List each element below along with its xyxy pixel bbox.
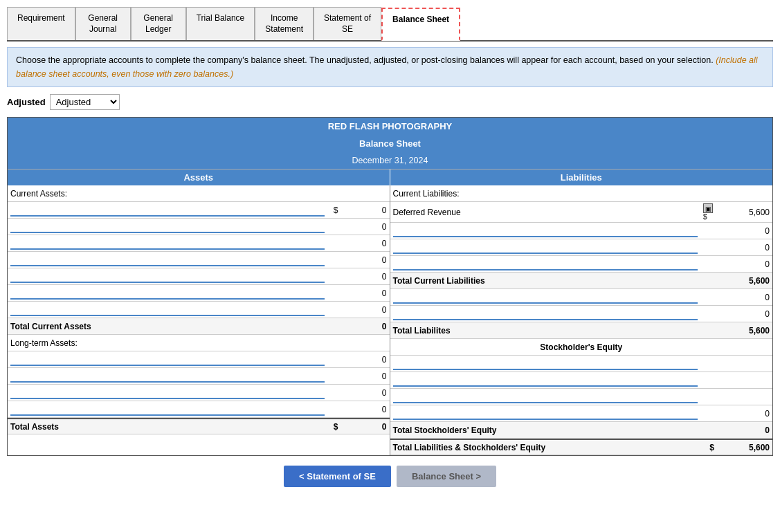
current-assets-label: Current Assets: bbox=[8, 187, 390, 200]
liab-input-2[interactable] bbox=[393, 241, 698, 254]
lt-asset-row-4: 0 bbox=[8, 401, 390, 418]
assets-panel: Current Assets: $ 0 0 bbox=[8, 185, 390, 455]
asset-input-7[interactable] bbox=[10, 304, 325, 316]
tab-trial-balance[interactable]: Trial Balance bbox=[186, 7, 255, 40]
total-current-liabilities-value: 5,600 bbox=[717, 275, 772, 287]
long-term-assets-label-row: Long-term Assets: bbox=[8, 335, 390, 351]
liab-input-5[interactable] bbox=[393, 308, 698, 320]
current-liabilities-label: Current Liabilities: bbox=[390, 187, 773, 200]
asset-row-5: 0 bbox=[8, 268, 390, 285]
total-assets-dollar: $ bbox=[327, 421, 341, 433]
se-input-1[interactable] bbox=[393, 358, 698, 370]
total-liab-se-dollar: $ bbox=[700, 441, 717, 454]
adjusted-dropdown[interactable]: Adjusted Unadjusted Post-closing bbox=[50, 94, 120, 110]
assets-col-header: Assets bbox=[8, 169, 390, 185]
asset-dollar-1: $ bbox=[327, 204, 341, 217]
tab-statement-of-se[interactable]: Statement ofSE bbox=[314, 7, 381, 40]
asset-row-6: 0 bbox=[8, 285, 390, 302]
tab-balance-sheet[interactable]: Balance Sheet bbox=[381, 8, 460, 41]
lt-asset-input-1[interactable] bbox=[10, 354, 325, 366]
asset-row-3: 0 bbox=[8, 235, 390, 252]
balance-sheet-table: RED FLASH PHOTOGRAPHY Balance Sheet Dece… bbox=[7, 117, 773, 456]
se-input-3[interactable] bbox=[393, 391, 698, 403]
stockholders-equity-header: Stockholder's Equity bbox=[390, 341, 773, 354]
asset-input-5[interactable] bbox=[10, 270, 325, 283]
asset-row-1: $ 0 bbox=[8, 202, 390, 219]
liab-input-3[interactable] bbox=[393, 258, 698, 270]
tab-requirement[interactable]: Requirement bbox=[7, 7, 75, 40]
balance-sheet-body: Current Assets: $ 0 0 bbox=[8, 185, 772, 455]
total-liab-se-label: Total Liabilities & Stockholders' Equity bbox=[390, 441, 701, 454]
total-assets-label: Total Assets bbox=[8, 421, 327, 433]
total-current-liabilities-label: Total Current Liabilities bbox=[390, 275, 701, 287]
liabilities-col-header: Liabilities bbox=[390, 169, 773, 185]
deferred-revenue-label: Deferred Revenue bbox=[390, 206, 701, 219]
tab-bar: Requirement GeneralJournal GeneralLedger… bbox=[7, 7, 773, 42]
total-se-value: 0 bbox=[717, 424, 772, 437]
total-current-assets-row: Total Current Assets 0 bbox=[8, 318, 390, 335]
liab-row-3: 0 bbox=[390, 256, 773, 273]
asset-val-1: 0 bbox=[341, 204, 390, 217]
tab-income-statement[interactable]: IncomeStatement bbox=[255, 7, 314, 40]
tab-general-journal[interactable]: GeneralJournal bbox=[75, 7, 131, 40]
prev-button[interactable]: < Statement of SE bbox=[284, 466, 391, 487]
deferred-revenue-row: Deferred Revenue ▣$ 5,600 bbox=[390, 202, 773, 223]
total-liabilities-label: Total Liabilites bbox=[390, 324, 701, 337]
asset-input-4[interactable] bbox=[10, 254, 325, 266]
liab-row-1: 0 bbox=[390, 223, 773, 239]
asset-input-1[interactable] bbox=[10, 204, 325, 217]
asset-input-3[interactable] bbox=[10, 237, 325, 250]
liab-input-1[interactable] bbox=[393, 225, 698, 237]
sheet-title: Balance Sheet bbox=[8, 135, 772, 152]
total-liab-se-row: Total Liabilities & Stockholders' Equity… bbox=[390, 439, 773, 455]
lt-asset-row-3: 0 bbox=[8, 385, 390, 401]
dropdown-row: Adjusted Adjusted Unadjusted Post-closin… bbox=[7, 94, 773, 110]
asset-input-6[interactable] bbox=[10, 287, 325, 300]
total-current-liabilities-row: Total Current Liabilities 5,600 bbox=[390, 273, 773, 289]
deferred-revenue-value: 5,600 bbox=[717, 206, 772, 219]
lt-asset-input-4[interactable] bbox=[10, 403, 325, 416]
liab-row-4: 0 bbox=[390, 289, 773, 306]
col-headers: Assets Liabilities bbox=[8, 169, 772, 185]
total-se-label: Total Stockholders' Equity bbox=[390, 424, 701, 437]
dropdown-label: Adjusted bbox=[7, 97, 46, 107]
total-se-row: Total Stockholders' Equity 0 bbox=[390, 422, 773, 439]
nav-buttons: < Statement of SE Balance Sheet > bbox=[7, 466, 773, 487]
lt-asset-row-1: 0 bbox=[8, 351, 390, 368]
total-liab-se-value: 5,600 bbox=[717, 441, 772, 454]
liab-row-5: 0 bbox=[390, 306, 773, 322]
liabilities-panel: Current Liabilities: Deferred Revenue ▣$… bbox=[390, 185, 773, 455]
current-assets-label-row: Current Assets: bbox=[8, 185, 390, 202]
asset-row-4: 0 bbox=[8, 252, 390, 268]
company-name: RED FLASH PHOTOGRAPHY bbox=[8, 118, 772, 135]
se-input-4[interactable] bbox=[393, 407, 698, 420]
se-row-3 bbox=[390, 389, 773, 405]
liab-input-4[interactable] bbox=[393, 291, 698, 304]
se-header-row: Stockholder's Equity bbox=[390, 339, 773, 356]
se-input-2[interactable] bbox=[393, 374, 698, 387]
current-liabilities-label-row: Current Liabilities: bbox=[390, 185, 773, 202]
se-row-4: 0 bbox=[390, 405, 773, 422]
tab-general-ledger[interactable]: GeneralLedger bbox=[131, 7, 186, 40]
total-assets-row: Total Assets $ 0 bbox=[8, 418, 390, 434]
se-row-2 bbox=[390, 372, 773, 389]
total-liabilities-value: 5,600 bbox=[717, 324, 772, 337]
asset-input-2[interactable] bbox=[10, 221, 325, 233]
lt-asset-input-2[interactable] bbox=[10, 370, 325, 383]
info-box: Choose the appropriate accounts to compl… bbox=[7, 47, 773, 87]
long-term-assets-label: Long-term Assets: bbox=[8, 337, 390, 349]
total-liabilities-row: Total Liabilites 5,600 bbox=[390, 322, 773, 339]
total-current-assets-label: Total Current Assets bbox=[8, 320, 327, 333]
next-button[interactable]: Balance Sheet > bbox=[397, 466, 496, 487]
total-assets-value: 0 bbox=[341, 421, 390, 433]
asset-row-2: 0 bbox=[8, 219, 390, 235]
sheet-date: December 31, 2024 bbox=[8, 152, 772, 169]
deferred-revenue-icon: ▣$ bbox=[700, 202, 717, 222]
total-current-assets-value: 0 bbox=[341, 320, 390, 333]
asset-row-7: 0 bbox=[8, 302, 390, 318]
lt-asset-row-2: 0 bbox=[8, 368, 390, 385]
se-row-1 bbox=[390, 356, 773, 372]
liab-row-2: 0 bbox=[390, 239, 773, 256]
lt-asset-input-3[interactable] bbox=[10, 387, 325, 399]
